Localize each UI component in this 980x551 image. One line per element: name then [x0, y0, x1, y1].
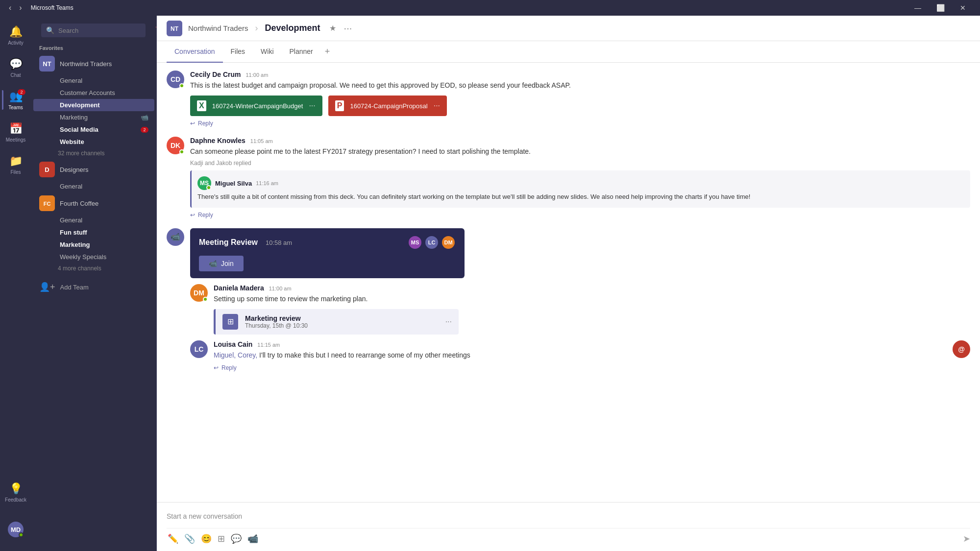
channel-item-social-media[interactable]: Social Media 2: [33, 123, 154, 136]
team-item-fourth-coffee[interactable]: FC Fourth Coffee ···: [33, 192, 154, 214]
cecily-avatar: CD: [167, 71, 184, 88]
calendar-more-icon[interactable]: ···: [445, 317, 452, 326]
cecily-reply-button[interactable]: ↩ Reply: [190, 120, 970, 127]
team-item-northwind[interactable]: NT Northwind Traders ···: [33, 53, 154, 74]
meetings-icon: 📅: [9, 122, 23, 135]
search-input[interactable]: [58, 27, 141, 34]
excel-attachment[interactable]: X 160724-WinterCampaignBudget ···: [190, 96, 322, 116]
favorite-star-icon[interactable]: ★: [329, 24, 336, 33]
favorites-label: Favorites: [31, 41, 156, 53]
daphne-text: Can someone please point me to the lates…: [190, 146, 970, 157]
app-title: Microsoft Teams: [31, 4, 906, 11]
channel-header: NT Northwind Traders › Development ★ ···: [157, 16, 980, 41]
excel-filename: 160724-WinterCampaignBudget: [212, 102, 303, 110]
org-name: Northwind Traders: [188, 24, 248, 32]
tab-wiki[interactable]: Wiki: [253, 41, 281, 63]
rail-item-activity[interactable]: 🔔 Activity: [2, 20, 29, 51]
rail-item-chat[interactable]: 💬 Chat: [2, 52, 29, 83]
daphne-online-indicator: [179, 149, 184, 154]
user-avatar-rail[interactable]: MD: [2, 514, 29, 545]
tab-files[interactable]: Files: [223, 41, 253, 63]
excel-more-icon[interactable]: ···: [309, 101, 315, 110]
channel-item-general-d[interactable]: General: [33, 180, 154, 192]
meeting-time: 10:58 am: [266, 239, 292, 246]
rail-item-files[interactable]: 📁 Files: [2, 149, 29, 180]
reply-label-3: Reply: [221, 364, 237, 371]
maximize-button[interactable]: ⬜: [929, 0, 952, 16]
daphne-reply-button[interactable]: ↩ Reply: [190, 212, 970, 218]
channel-item-general-nt[interactable]: General: [33, 74, 154, 87]
rail-label-feedback: Feedback: [5, 497, 26, 503]
ppt-icon: P: [335, 100, 344, 111]
miguel-online-indicator: [206, 185, 211, 190]
meeting-video-icon: 📹: [167, 228, 184, 246]
org-avatar: NT: [167, 21, 182, 36]
channel-more-icon[interactable]: ···: [344, 23, 352, 34]
daphne-avatar: DK: [167, 137, 184, 154]
channel-item-fun-stuff[interactable]: Fun stuff: [33, 226, 154, 239]
channel-item-website[interactable]: Website: [33, 136, 154, 148]
add-team-button[interactable]: 👤+ Add Team: [31, 278, 156, 296]
rail-item-feedback[interactable]: 💡 Feedback: [2, 477, 29, 508]
giphy-tool-icon[interactable]: ⊞: [217, 532, 226, 545]
ppt-attachment[interactable]: P 160724-CampaignProposal ···: [328, 96, 447, 116]
replied-thread: MS Miguel Silva 11:16 am There's still q…: [190, 170, 970, 208]
fourth-coffee-name: Fourth Coffee: [60, 200, 137, 207]
daniela-msg-header: Daniela Madera 11:00 am: [214, 284, 970, 292]
channel-item-development[interactable]: Development: [33, 99, 154, 111]
louisa-text: Miguel, Corey, I'll try to make this but…: [214, 350, 970, 360]
rail-item-teams[interactable]: 👥 2 Teams: [2, 84, 29, 116]
meet-tool-icon[interactable]: 📹: [246, 532, 259, 545]
calendar-card[interactable]: ⊞ Marketing review Thursday, 15th @ 10:3…: [214, 309, 459, 335]
send-button[interactable]: ➤: [963, 533, 970, 544]
ppt-more-icon[interactable]: ···: [434, 101, 440, 110]
sticker-tool-icon[interactable]: 💬: [230, 532, 243, 545]
fourth-coffee-more-channels[interactable]: 4 more channels: [31, 263, 156, 274]
join-meeting-button[interactable]: 📹 Join: [199, 256, 244, 271]
calendar-info: Marketing review Thursday, 15th @ 10:30: [245, 314, 439, 329]
northwind-name: Northwind Traders: [60, 60, 137, 68]
user-status-dot: [19, 532, 24, 537]
meeting-content: Meeting Review 10:58 am MS LC DM 📹 J: [190, 228, 970, 381]
channel-item-marketing-nt[interactable]: Marketing 📹: [33, 111, 154, 123]
cecily-online-indicator: [179, 83, 184, 88]
meeting-title: Meeting Review: [199, 238, 258, 246]
louisa-reply-button[interactable]: ↩ Reply: [214, 364, 970, 371]
nav-back-button[interactable]: ‹: [6, 2, 14, 13]
nav-forward-button[interactable]: ›: [16, 2, 24, 13]
thread-reply-note[interactable]: Kadji and Jakob replied: [190, 160, 970, 167]
start-conversation-input[interactable]: Start a new conversation: [167, 508, 970, 524]
mention-miguel: Miguel, Corey,: [214, 351, 257, 359]
channel-item-marketing-fc[interactable]: Marketing: [33, 239, 154, 251]
louisa-message-group: LC Louisa Cain 11:15 am Miguel, Corey, I…: [190, 340, 970, 371]
sidebar: 🔍 ✏️ Favorites NT Northwind Traders ··· …: [31, 16, 157, 551]
daniela-text: Setting up some time to review the marke…: [214, 294, 970, 304]
team-item-designers[interactable]: D Designers ···: [33, 159, 154, 180]
channel-label-general-d: General: [60, 183, 82, 190]
rail-item-meetings[interactable]: 📅 Meetings: [2, 117, 29, 148]
attach-tool-icon[interactable]: 📎: [183, 532, 196, 545]
channel-item-customer-accounts[interactable]: Customer Accounts: [33, 87, 154, 99]
calendar-event-title: Marketing review: [245, 314, 439, 322]
calendar-icon: ⊞: [222, 314, 238, 330]
louisa-author: Louisa Cain: [214, 340, 252, 348]
channel-label-social-media: Social Media: [60, 126, 98, 133]
search-icon: 🔍: [46, 26, 54, 34]
daphne-msg-header: Daphne Knowles 11:05 am: [190, 137, 970, 144]
channel-item-general-fc[interactable]: General: [33, 214, 154, 226]
minimize-button[interactable]: —: [906, 0, 929, 16]
cecily-message-content: Cecily De Crum 11:00 am This is the late…: [190, 71, 970, 127]
tab-conversation[interactable]: Conversation: [167, 41, 223, 63]
message-group-2: DK Daphne Knowles 11:05 am Can someone p…: [167, 137, 970, 218]
rail-label-teams: Teams: [8, 105, 23, 110]
close-button[interactable]: ✕: [952, 0, 974, 16]
channel-item-weekly-specials[interactable]: Weekly Specials: [33, 251, 154, 263]
northwind-more-channels[interactable]: 32 more channels: [31, 148, 156, 159]
emoji-tool-icon[interactable]: 😊: [200, 532, 213, 545]
tab-add-button[interactable]: +: [321, 47, 334, 57]
tab-planner[interactable]: Planner: [282, 41, 321, 63]
reply-icon-3: ↩: [214, 364, 219, 371]
format-tool-icon[interactable]: ✏️: [167, 532, 179, 545]
titlebar: ‹ › Microsoft Teams — ⬜ ✕: [0, 0, 980, 16]
join-label: Join: [221, 260, 234, 267]
